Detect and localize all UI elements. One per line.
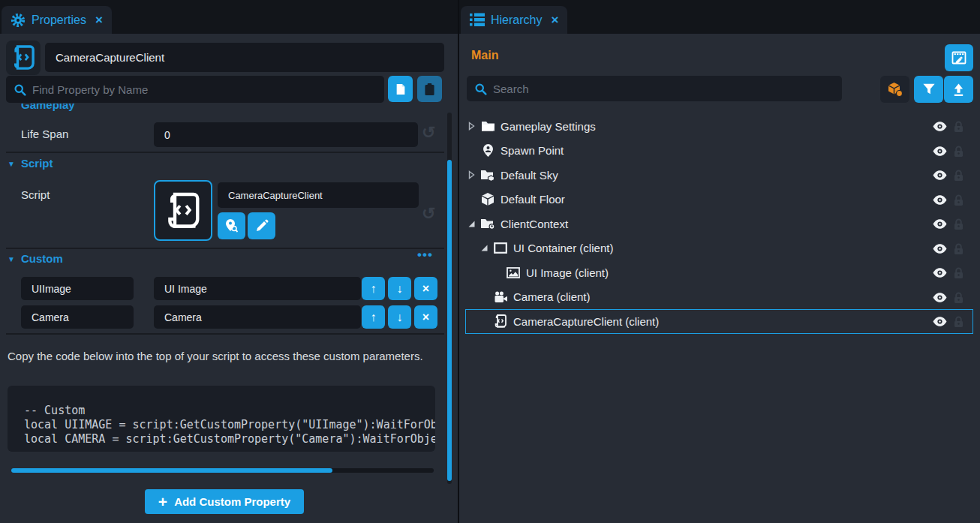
lock-icon[interactable]: [954, 267, 963, 279]
life-span-label: Life Span: [21, 128, 68, 140]
reset-icon[interactable]: ↺: [422, 123, 435, 143]
lock-icon[interactable]: [954, 121, 963, 133]
close-icon[interactable]: ×: [95, 13, 103, 28]
collapse-all-button[interactable]: [944, 76, 973, 103]
custom-hint-text: Copy the code below into the top of your…: [8, 348, 425, 364]
visibility-eye-icon[interactable]: [933, 146, 947, 156]
search-icon: [474, 83, 487, 95]
remove-property-button[interactable]: ×: [414, 305, 437, 329]
expander-icon[interactable]: [467, 122, 480, 131]
move-up-button[interactable]: ↑: [362, 305, 385, 329]
filter-button[interactable]: [914, 76, 943, 103]
object-name-input[interactable]: [45, 43, 444, 72]
lock-icon[interactable]: [954, 146, 963, 158]
hierarchy-row[interactable]: Default Floor: [465, 188, 973, 212]
life-span-input[interactable]: [154, 122, 418, 147]
hierarchy-row[interactable]: Gameplay Settings: [465, 114, 973, 139]
hierarchy-row[interactable]: UI Container (client): [465, 236, 973, 261]
remove-property-button[interactable]: ×: [414, 277, 437, 300]
app-window: Properties × Gameplay Life Span ↺ ▼ Scri…: [0, 0, 980, 523]
find-property-search[interactable]: [6, 76, 384, 103]
hierarchy-row[interactable]: Camera (client): [465, 285, 973, 310]
visibility-eye-icon[interactable]: [933, 195, 947, 205]
visibility-eye-icon[interactable]: [933, 122, 947, 131]
tab-hierarchy[interactable]: Hierarchy ×: [461, 6, 567, 34]
clipboard-icon: [424, 83, 435, 96]
hierarchy-row-label: Spawn Point: [501, 144, 564, 157]
hierarchy-row[interactable]: Default Sky: [465, 163, 973, 188]
expander-icon[interactable]: [480, 244, 493, 252]
object-type-icon: [480, 119, 495, 134]
reset-icon[interactable]: ↺: [422, 204, 435, 224]
script-asset-thumbnail[interactable]: [154, 180, 212, 241]
expander-icon[interactable]: [467, 170, 480, 179]
chevron-down-icon[interactable]: ▼: [8, 255, 15, 263]
move-up-button[interactable]: ↑: [362, 277, 385, 300]
object-type-icon: [480, 167, 495, 182]
hierarchy-row[interactable]: CameraCaptureClient (client): [465, 309, 973, 334]
copy-properties-button[interactable]: [388, 76, 413, 102]
code-snippet-block[interactable]: -- Custom local UIIMAGE = script:GetCust…: [8, 386, 435, 452]
hierarchy-row[interactable]: UI Image (client): [465, 260, 973, 285]
locate-pin-icon: [224, 218, 239, 233]
section-custom-title[interactable]: Custom: [21, 252, 63, 265]
hierarchy-icon: [470, 13, 485, 27]
custom-property-name[interactable]: Camera: [21, 305, 134, 329]
hierarchy-row[interactable]: Spawn Point: [465, 139, 973, 164]
hierarchy-tree: Gameplay Settings Spawn Point Default Sk…: [459, 114, 980, 334]
tab-properties-label: Properties: [32, 14, 86, 27]
custom-property-value[interactable]: UI Image: [154, 277, 361, 300]
visibility-eye-icon[interactable]: [933, 268, 947, 278]
publish-game-button[interactable]: [945, 44, 973, 71]
search-icon: [14, 83, 26, 96]
tab-hierarchy-label: Hierarchy: [491, 14, 542, 27]
lock-icon[interactable]: [954, 243, 963, 255]
visibility-eye-icon[interactable]: [933, 244, 947, 254]
more-options-icon[interactable]: •••: [417, 248, 433, 263]
section-script-title[interactable]: Script: [21, 157, 53, 170]
divider: [6, 333, 444, 335]
add-custom-property-button[interactable]: + Add Custom Property: [145, 489, 304, 514]
hierarchy-row[interactable]: ClientContext: [465, 212, 973, 236]
hierarchy-row-label: Default Floor: [501, 193, 565, 206]
horizontal-scrollbar-thumb[interactable]: [11, 468, 332, 473]
find-property-input[interactable]: [32, 83, 377, 96]
vertical-scrollbar-thumb[interactable]: [447, 160, 452, 481]
show-templates-button[interactable]: [880, 76, 909, 103]
hierarchy-search-input[interactable]: [493, 83, 834, 95]
hierarchy-panel: Hierarchy × Main: [459, 0, 980, 523]
object-type-icon: [493, 241, 508, 256]
filter-funnel-icon: [922, 83, 936, 96]
expander-icon[interactable]: [467, 220, 480, 228]
move-down-button[interactable]: ↓: [388, 277, 411, 300]
lock-icon[interactable]: [954, 292, 963, 304]
paste-properties-button[interactable]: [417, 76, 442, 102]
lock-icon[interactable]: [954, 316, 963, 328]
visibility-eye-icon[interactable]: [933, 293, 947, 302]
visibility-eye-icon[interactable]: [933, 170, 947, 180]
scene-name-label[interactable]: Main: [471, 49, 498, 62]
object-type-icon: [493, 290, 508, 305]
copy-icon: [395, 83, 407, 96]
hierarchy-row-label: UI Image (client): [526, 266, 609, 279]
object-type-icon: [480, 216, 495, 231]
custom-property-name[interactable]: UIImage: [21, 277, 134, 300]
move-down-button[interactable]: ↓: [388, 305, 411, 329]
hierarchy-search[interactable]: [467, 76, 842, 101]
edit-script-button[interactable]: [248, 212, 275, 239]
horizontal-scrollbar[interactable]: [11, 468, 434, 473]
visibility-eye-icon[interactable]: [933, 317, 947, 326]
lock-icon[interactable]: [954, 218, 963, 230]
lock-icon[interactable]: [954, 194, 963, 206]
lock-icon[interactable]: [954, 170, 963, 182]
find-in-scene-button[interactable]: [218, 212, 245, 239]
custom-property-value[interactable]: Camera: [154, 305, 361, 329]
tab-properties[interactable]: Properties ×: [2, 6, 112, 34]
add-custom-property-label: Add Custom Property: [174, 495, 290, 508]
object-type-icon: [506, 265, 521, 280]
pencil-icon: [255, 219, 269, 233]
visibility-eye-icon[interactable]: [933, 219, 947, 229]
script-name-field[interactable]: CameraCaptureClient: [218, 182, 419, 208]
close-icon[interactable]: ×: [551, 13, 558, 28]
chevron-down-icon[interactable]: ▼: [8, 160, 15, 168]
